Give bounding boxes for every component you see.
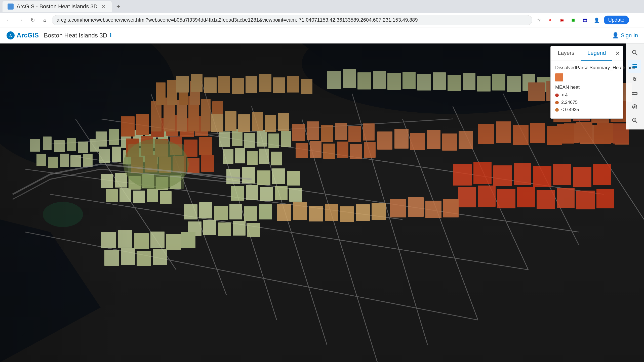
- user-avatar[interactable]: 👤: [592, 16, 601, 25]
- menu-button[interactable]: ⋮: [631, 16, 640, 25]
- home-button[interactable]: ⌂: [40, 15, 50, 25]
- legend-item-label-1: 2.24675: [561, 100, 578, 105]
- svg-rect-236: [632, 93, 637, 95]
- legend-item-label-0: > 4: [561, 93, 568, 98]
- extension-icon-3[interactable]: ▣: [569, 16, 578, 25]
- map-container[interactable]: Layers Legend ✕ DissolvedParcelSummary_H…: [0, 43, 644, 362]
- extension-icon-4[interactable]: ▤: [581, 16, 590, 25]
- layers-tab[interactable]: Layers: [551, 46, 581, 61]
- legend-item-1: 2.24675: [555, 100, 619, 105]
- arcgis-logo-text: ArcGIS: [17, 31, 39, 39]
- app-bar-right: 👤 Sign In: [612, 32, 638, 39]
- address-text: arcgis.com/home/webscene/viewer.html?web…: [57, 17, 418, 23]
- sign-in-button[interactable]: 👤 Sign In: [612, 32, 638, 39]
- legend-tab[interactable]: Legend: [581, 46, 612, 61]
- svg-line-244: [635, 121, 637, 123]
- legend-layer-name: DissolvedParcelSummary_HeatIsland: [555, 65, 619, 70]
- nav-right-controls: ☆ ● ◉ ▣ ▤ 👤 Update ⋮: [534, 16, 641, 25]
- arcgis-logo[interactable]: A ArcGIS: [6, 31, 39, 40]
- reload-button[interactable]: ↻: [28, 15, 38, 25]
- svg-rect-229: [0, 43, 644, 362]
- arcgis-logo-icon: A: [6, 31, 15, 40]
- legend-dot-0: [555, 94, 559, 97]
- info-icon[interactable]: ℹ: [110, 32, 112, 39]
- sidebar-tools: [626, 43, 644, 129]
- navigation-bar: ← → ↻ ⌂ arcgis.com/home/webscene/viewer.…: [0, 13, 644, 27]
- svg-point-242: [634, 106, 635, 108]
- view-tool-button[interactable]: [628, 100, 641, 113]
- map-svg: [0, 43, 644, 362]
- svg-text:A: A: [9, 34, 12, 38]
- legend-header: Layers Legend ✕: [551, 46, 623, 61]
- extension-icon-2[interactable]: ◉: [557, 16, 567, 25]
- sign-in-label: Sign In: [621, 32, 638, 39]
- svg-line-231: [636, 54, 637, 55]
- legend-dot-1: [555, 101, 559, 104]
- legend-close-button[interactable]: ✕: [612, 48, 623, 59]
- legend-item-label-2: < 0.4935: [561, 107, 579, 112]
- legend-item-2: < 0.4935: [555, 107, 619, 112]
- legend-dot-2: [555, 108, 559, 112]
- app-bar: A ArcGIS Boston Heat Islands 3D ℹ 👤 Sign…: [0, 27, 644, 43]
- analysis-tool-button[interactable]: [628, 114, 641, 127]
- legend-mean-label: MEAN heat: [555, 84, 619, 90]
- new-tab-button[interactable]: +: [113, 1, 124, 12]
- update-button[interactable]: Update: [604, 16, 629, 24]
- address-bar[interactable]: arcgis.com/home/webscene/viewer.html?web…: [52, 15, 532, 25]
- legend-panel: Layers Legend ✕ DissolvedParcelSummary_H…: [550, 46, 623, 119]
- legend-icon-box: [555, 73, 563, 81]
- map-title-text: Boston Heat Islands 3D: [44, 32, 107, 39]
- settings-tool-button[interactable]: [628, 73, 641, 86]
- tab-favicon: [8, 4, 14, 10]
- search-tool-button[interactable]: [628, 46, 641, 59]
- extension-icon-1[interactable]: ●: [546, 16, 555, 25]
- tab-close-button[interactable]: ✕: [101, 4, 107, 10]
- bookmark-icon[interactable]: ☆: [534, 16, 543, 25]
- map-background: [0, 43, 644, 362]
- legend-icon-row: [555, 73, 619, 81]
- measure-tool-button[interactable]: [628, 87, 641, 100]
- map-title-container: Boston Heat Islands 3D ℹ: [44, 32, 112, 39]
- browser-tab[interactable]: ArcGIS - Boston Heat Islands 3D ✕: [3, 1, 112, 12]
- tab-title: ArcGIS - Boston Heat Islands 3D: [17, 3, 98, 10]
- tab-bar: ArcGIS - Boston Heat Islands 3D ✕ +: [0, 0, 644, 13]
- browser-chrome: ArcGIS - Boston Heat Islands 3D ✕ + ← → …: [0, 0, 644, 27]
- back-button[interactable]: ←: [4, 15, 14, 25]
- legend-item-0: > 4: [555, 93, 619, 98]
- legend-body: DissolvedParcelSummary_HeatIsland MEAN h…: [551, 61, 623, 118]
- forward-button[interactable]: →: [16, 15, 26, 25]
- sign-in-icon: 👤: [612, 32, 619, 39]
